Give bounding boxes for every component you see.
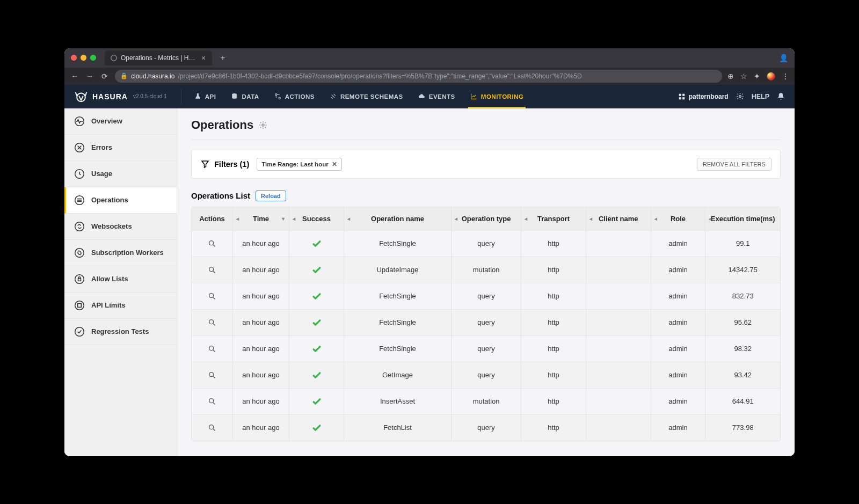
project-name[interactable]: patternboard xyxy=(678,93,729,100)
sidebar-item-errors[interactable]: Errors xyxy=(64,135,177,161)
sidebar-item-operations[interactable]: Operations xyxy=(64,187,177,214)
nav-api[interactable]: API xyxy=(187,85,224,108)
svg-point-20 xyxy=(75,327,84,336)
svg-rect-7 xyxy=(679,97,681,99)
sidebar-item-regression-tests[interactable]: Regression Tests xyxy=(64,319,177,345)
row-success xyxy=(289,415,344,441)
row-operation-name: UpdateImage xyxy=(344,257,452,283)
brand-version: v2.0.5-cloud.1 xyxy=(133,93,167,99)
sidebar-item-usage[interactable]: Usage xyxy=(64,161,177,187)
row-transport: http xyxy=(521,283,586,309)
chip-remove-icon[interactable]: ✕ xyxy=(332,160,337,168)
sidebar-item-api-limits[interactable]: API Limits xyxy=(64,293,177,319)
svg-point-4 xyxy=(279,97,280,99)
tab-close-icon[interactable]: × xyxy=(200,54,207,62)
table-row: an hour agoFetchSinglequeryhttpadmin99.1 xyxy=(192,230,780,257)
browser-window: Operations - Metrics | Hasura × + 👤 ← → … xyxy=(64,48,795,456)
new-tab-button[interactable]: + xyxy=(216,53,229,63)
row-action[interactable] xyxy=(192,362,233,388)
sidebar-item-overview[interactable]: Overview xyxy=(64,108,177,135)
row-exec-time: 644.91 xyxy=(705,389,780,414)
row-action[interactable] xyxy=(192,231,233,257)
svg-point-24 xyxy=(209,293,214,297)
sidebar-item-subscription-workers[interactable]: Subscription Workers xyxy=(64,240,177,266)
svg-point-25 xyxy=(209,319,214,324)
row-client xyxy=(586,362,651,388)
row-action[interactable] xyxy=(192,257,233,283)
brand[interactable]: HASURA v2.0.5-cloud.1 xyxy=(74,90,167,104)
nav-remote-schemas[interactable]: REMOTE SCHEMAS xyxy=(322,85,411,108)
refresh-icon xyxy=(74,247,85,258)
hasura-logo-icon xyxy=(74,90,88,104)
profile-avatar[interactable] xyxy=(767,72,775,81)
row-action[interactable] xyxy=(192,283,233,309)
filter-chip-time-range[interactable]: Time Range: Last hour ✕ xyxy=(257,158,341,171)
row-role: admin xyxy=(651,231,706,257)
filters-label: Filters (1) xyxy=(200,159,249,169)
row-action[interactable] xyxy=(192,310,233,335)
col-action[interactable]: Actions xyxy=(192,207,233,230)
col-operation-type[interactable]: ◂Operation type xyxy=(452,207,521,230)
maximize-window-button[interactable] xyxy=(90,55,96,61)
back-button[interactable]: ← xyxy=(70,72,79,81)
settings-icon[interactable] xyxy=(736,92,744,100)
row-operation-name: FetchSingle xyxy=(344,283,452,309)
col-operation-name[interactable]: ◂Operation name xyxy=(344,207,452,230)
row-action[interactable] xyxy=(192,336,233,362)
row-exec-time: 832.73 xyxy=(705,283,780,309)
x-circle-icon xyxy=(74,142,85,153)
clock-icon xyxy=(74,169,85,179)
bookmark-icon[interactable]: ☆ xyxy=(740,72,747,81)
row-transport: http xyxy=(521,415,586,441)
row-operation-type: query xyxy=(452,415,521,441)
bell-icon[interactable] xyxy=(777,92,785,100)
svg-point-0 xyxy=(111,55,117,61)
close-window-button[interactable] xyxy=(71,55,77,61)
row-operation-type: query xyxy=(452,231,521,257)
funnel-icon xyxy=(200,159,210,169)
zoom-icon[interactable]: ⊕ xyxy=(727,72,734,81)
nav-actions[interactable]: ACTIONS xyxy=(267,85,322,108)
nav-data[interactable]: DATA xyxy=(223,85,266,108)
table-row: an hour agoInsertAssetmutationhttpadmin6… xyxy=(192,388,780,414)
reload-button[interactable]: ⟳ xyxy=(100,72,110,81)
row-operation-type: query xyxy=(452,336,521,362)
row-operation-type: query xyxy=(452,310,521,335)
kebab-menu-icon[interactable]: ⋮ xyxy=(782,72,789,81)
col-client-name[interactable]: ◂Client name xyxy=(586,207,651,230)
svg-point-27 xyxy=(209,372,214,376)
reload-button[interactable]: Reload xyxy=(256,191,286,201)
nav-monitoring[interactable]: MONITORING xyxy=(463,85,532,108)
nav-events[interactable]: EVENTS xyxy=(411,85,463,108)
browser-tab[interactable]: Operations - Metrics | Hasura × xyxy=(105,50,212,65)
row-time: an hour ago xyxy=(233,231,289,257)
row-action[interactable] xyxy=(192,415,233,441)
row-client xyxy=(586,336,651,362)
col-success[interactable]: ◂Success xyxy=(289,207,344,230)
minimize-window-button[interactable] xyxy=(81,55,86,61)
row-success xyxy=(289,336,344,362)
help-link[interactable]: HELP xyxy=(752,93,769,100)
cloud-icon xyxy=(418,93,425,100)
filters-card: Filters (1) Time Range: Last hour ✕ REMO… xyxy=(191,150,781,179)
address-input[interactable]: 🔒 cloud.hasura.io /project/d7e9c86f-1b0f… xyxy=(115,70,722,83)
forward-button[interactable]: → xyxy=(85,72,94,81)
sidebar-item-websockets[interactable]: Websockets xyxy=(64,214,177,240)
sidebar-item-allow-lists[interactable]: Allow Lists xyxy=(64,266,177,293)
row-transport: http xyxy=(521,231,586,257)
page-settings-icon[interactable] xyxy=(259,121,267,129)
col-time[interactable]: ◂Time▾ xyxy=(233,207,289,230)
row-action[interactable] xyxy=(192,389,233,414)
col-role[interactable]: ◂Role xyxy=(651,207,706,230)
col-transport[interactable]: ◂Transport xyxy=(521,207,586,230)
browser-menu-icon[interactable]: 👤 xyxy=(779,54,788,62)
col-execution-time[interactable]: ◂Execution time(ms) xyxy=(705,207,780,230)
svg-rect-6 xyxy=(682,93,685,96)
svg-rect-8 xyxy=(682,97,685,99)
remove-all-filters-button[interactable]: REMOVE ALL FILTERS xyxy=(697,158,771,171)
address-host: cloud.hasura.io xyxy=(131,72,174,80)
row-exec-time: 14342.75 xyxy=(705,257,780,283)
extensions-icon[interactable]: ✦ xyxy=(754,72,760,81)
svg-point-21 xyxy=(262,124,264,126)
list-title: Operations List xyxy=(191,191,250,200)
